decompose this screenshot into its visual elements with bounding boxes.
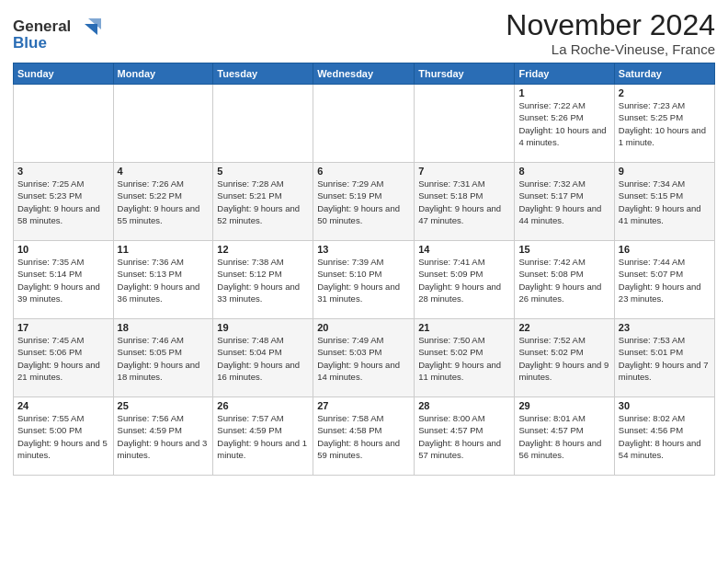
table-row (415, 85, 515, 163)
table-row: 25Sunrise: 7:56 AMSunset: 4:59 PMDayligh… (113, 397, 213, 476)
day-number: 27 (317, 400, 410, 411)
week-row-4: 24Sunrise: 7:55 AMSunset: 5:00 PMDayligh… (14, 397, 715, 476)
location-title: La Roche-Vineuse, France (506, 41, 715, 57)
day-info: Sunrise: 7:28 AMSunset: 5:21 PMDaylight:… (217, 178, 309, 226)
day-info: Sunrise: 7:41 AMSunset: 5:09 PMDaylight:… (418, 256, 510, 304)
day-number: 26 (217, 400, 309, 411)
table-row: 9Sunrise: 7:34 AMSunset: 5:15 PMDaylight… (614, 163, 714, 241)
day-info: Sunrise: 7:58 AMSunset: 4:58 PMDaylight:… (317, 412, 410, 461)
table-row: 2Sunrise: 7:23 AMSunset: 5:25 PMDaylight… (614, 85, 714, 163)
day-number: 14 (418, 244, 510, 255)
day-number: 3 (17, 166, 109, 177)
day-number: 5 (217, 166, 309, 177)
day-info: Sunrise: 8:01 AMSunset: 4:57 PMDaylight:… (518, 412, 609, 461)
table-row: 6Sunrise: 7:29 AMSunset: 5:19 PMDaylight… (313, 163, 415, 241)
header: General Blue November 2024 La Roche-Vine… (13, 9, 715, 57)
table-row: 24Sunrise: 7:55 AMSunset: 5:00 PMDayligh… (14, 397, 114, 476)
day-number: 18 (118, 322, 210, 333)
day-info: Sunrise: 7:53 AMSunset: 5:01 PMDaylight:… (619, 334, 711, 383)
calendar-header-row: Sunday Monday Tuesday Wednesday Thursday… (14, 63, 715, 85)
day-info: Sunrise: 7:32 AMSunset: 5:17 PMDaylight:… (518, 178, 609, 226)
day-info: Sunrise: 7:34 AMSunset: 5:15 PMDaylight:… (619, 178, 711, 226)
day-number: 13 (317, 244, 410, 255)
week-row-0: 1Sunrise: 7:22 AMSunset: 5:26 PMDaylight… (14, 85, 715, 163)
day-number: 10 (17, 244, 109, 255)
table-row: 15Sunrise: 7:42 AMSunset: 5:08 PMDayligh… (515, 241, 614, 319)
day-number: 19 (217, 322, 309, 333)
table-row: 29Sunrise: 8:01 AMSunset: 4:57 PMDayligh… (515, 397, 614, 476)
table-row: 30Sunrise: 8:02 AMSunset: 4:56 PMDayligh… (614, 397, 714, 476)
day-number: 2 (619, 87, 711, 98)
table-row (14, 85, 114, 163)
day-info: Sunrise: 7:29 AMSunset: 5:19 PMDaylight:… (317, 178, 410, 226)
day-number: 1 (518, 87, 609, 98)
table-row: 11Sunrise: 7:36 AMSunset: 5:13 PMDayligh… (113, 241, 213, 319)
header-friday: Friday (515, 63, 614, 85)
day-number: 30 (619, 400, 711, 411)
table-row: 18Sunrise: 7:46 AMSunset: 5:05 PMDayligh… (113, 319, 213, 397)
day-number: 12 (217, 244, 309, 255)
table-row: 16Sunrise: 7:44 AMSunset: 5:07 PMDayligh… (614, 241, 714, 319)
page: General Blue November 2024 La Roche-Vine… (0, 0, 728, 563)
table-row: 22Sunrise: 7:52 AMSunset: 5:02 PMDayligh… (515, 319, 614, 397)
day-info: Sunrise: 7:49 AMSunset: 5:03 PMDaylight:… (317, 334, 410, 383)
day-number: 24 (17, 400, 109, 411)
day-info: Sunrise: 7:22 AMSunset: 5:26 PMDaylight:… (518, 99, 609, 148)
day-number: 20 (317, 322, 410, 333)
table-row: 7Sunrise: 7:31 AMSunset: 5:18 PMDaylight… (415, 163, 515, 241)
day-number: 25 (118, 400, 210, 411)
table-row: 20Sunrise: 7:49 AMSunset: 5:03 PMDayligh… (313, 319, 415, 397)
table-row (313, 85, 415, 163)
header-wednesday: Wednesday (313, 63, 415, 85)
day-info: Sunrise: 7:39 AMSunset: 5:10 PMDaylight:… (317, 256, 410, 304)
header-tuesday: Tuesday (213, 63, 313, 85)
header-saturday: Saturday (614, 63, 714, 85)
day-number: 15 (518, 244, 609, 255)
table-row: 8Sunrise: 7:32 AMSunset: 5:17 PMDaylight… (515, 163, 614, 241)
table-row: 12Sunrise: 7:38 AMSunset: 5:12 PMDayligh… (213, 241, 313, 319)
day-info: Sunrise: 7:55 AMSunset: 5:00 PMDaylight:… (17, 412, 109, 461)
day-info: Sunrise: 7:48 AMSunset: 5:04 PMDaylight:… (217, 334, 309, 383)
svg-text:Blue: Blue (13, 34, 47, 52)
table-row: 21Sunrise: 7:50 AMSunset: 5:02 PMDayligh… (415, 319, 515, 397)
day-info: Sunrise: 8:02 AMSunset: 4:56 PMDaylight:… (619, 412, 711, 461)
table-row: 26Sunrise: 7:57 AMSunset: 4:59 PMDayligh… (213, 397, 313, 476)
day-info: Sunrise: 7:23 AMSunset: 5:25 PMDaylight:… (619, 99, 711, 148)
day-info: Sunrise: 7:26 AMSunset: 5:22 PMDaylight:… (118, 178, 210, 226)
day-number: 29 (518, 400, 609, 411)
week-row-1: 3Sunrise: 7:25 AMSunset: 5:23 PMDaylight… (14, 163, 715, 241)
day-info: Sunrise: 7:56 AMSunset: 4:59 PMDaylight:… (118, 412, 210, 461)
day-info: Sunrise: 7:25 AMSunset: 5:23 PMDaylight:… (17, 178, 109, 226)
day-info: Sunrise: 7:46 AMSunset: 5:05 PMDaylight:… (118, 334, 210, 383)
day-number: 8 (518, 166, 609, 177)
day-number: 16 (619, 244, 711, 255)
table-row (213, 85, 313, 163)
day-info: Sunrise: 7:57 AMSunset: 4:59 PMDaylight:… (217, 412, 309, 461)
table-row: 23Sunrise: 7:53 AMSunset: 5:01 PMDayligh… (614, 319, 714, 397)
day-number: 21 (418, 322, 510, 333)
day-number: 22 (518, 322, 609, 333)
svg-marker-2 (85, 24, 97, 35)
day-info: Sunrise: 7:44 AMSunset: 5:07 PMDaylight:… (619, 256, 711, 304)
table-row: 28Sunrise: 8:00 AMSunset: 4:57 PMDayligh… (415, 397, 515, 476)
header-monday: Monday (113, 63, 213, 85)
table-row: 3Sunrise: 7:25 AMSunset: 5:23 PMDaylight… (14, 163, 114, 241)
day-info: Sunrise: 7:50 AMSunset: 5:02 PMDaylight:… (418, 334, 510, 383)
header-thursday: Thursday (415, 63, 515, 85)
table-row: 4Sunrise: 7:26 AMSunset: 5:22 PMDaylight… (113, 163, 213, 241)
day-info: Sunrise: 7:42 AMSunset: 5:08 PMDaylight:… (518, 256, 609, 304)
week-row-2: 10Sunrise: 7:35 AMSunset: 5:14 PMDayligh… (14, 241, 715, 319)
day-number: 23 (619, 322, 711, 333)
logo-text: General Blue (13, 13, 105, 57)
table-row: 10Sunrise: 7:35 AMSunset: 5:14 PMDayligh… (14, 241, 114, 319)
title-block: November 2024 La Roche-Vineuse, France (506, 9, 715, 57)
table-row: 13Sunrise: 7:39 AMSunset: 5:10 PMDayligh… (313, 241, 415, 319)
table-row: 27Sunrise: 7:58 AMSunset: 4:58 PMDayligh… (313, 397, 415, 476)
table-row: 17Sunrise: 7:45 AMSunset: 5:06 PMDayligh… (14, 319, 114, 397)
day-info: Sunrise: 8:00 AMSunset: 4:57 PMDaylight:… (418, 412, 510, 461)
day-info: Sunrise: 7:36 AMSunset: 5:13 PMDaylight:… (118, 256, 210, 304)
day-number: 6 (317, 166, 410, 177)
day-info: Sunrise: 7:35 AMSunset: 5:14 PMDaylight:… (17, 256, 109, 304)
month-title: November 2024 (506, 9, 715, 41)
day-info: Sunrise: 7:31 AMSunset: 5:18 PMDaylight:… (418, 178, 510, 226)
